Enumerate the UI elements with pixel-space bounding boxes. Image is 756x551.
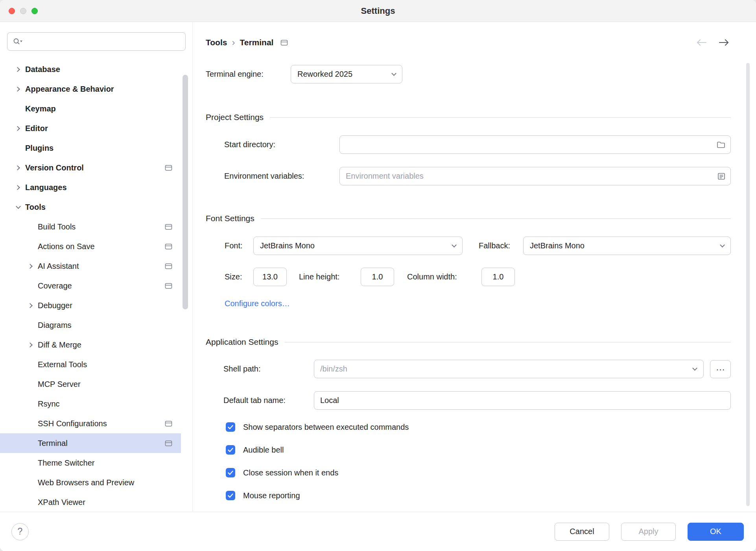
sidebar-item-label: Database — [25, 65, 60, 74]
start-directory-label: Start directory: — [224, 140, 339, 149]
chevron-down-icon — [720, 242, 725, 248]
environment-variables-icon[interactable] — [717, 173, 725, 180]
sidebar-item-version-control[interactable]: Version Control — [0, 158, 181, 178]
configure-colors-link[interactable]: Configure colors… — [225, 299, 290, 308]
forward-arrow-icon[interactable] — [717, 38, 731, 47]
sidebar-item-label: Web Browsers and Preview — [38, 478, 134, 487]
chevron-right-icon[interactable] — [15, 126, 20, 131]
settings-card-icon — [165, 263, 172, 270]
sidebar-item-database[interactable]: Database — [0, 59, 181, 79]
font-size-input[interactable] — [253, 268, 287, 286]
section-title: Application Settings — [206, 337, 278, 347]
sidebar-item-label: XPath Viewer — [38, 498, 85, 507]
chevron-right-icon[interactable] — [28, 264, 33, 269]
folder-icon[interactable] — [717, 141, 725, 148]
checkbox-close-session-when-it-ends[interactable] — [226, 468, 235, 477]
chevron-slot — [25, 261, 36, 272]
chevron-right-icon[interactable] — [28, 303, 33, 308]
sidebar-scrollbar[interactable] — [183, 75, 188, 309]
apply-button[interactable]: Apply — [621, 523, 676, 541]
help-button[interactable]: ? — [11, 523, 29, 540]
font-select[interactable]: JetBrains Mono — [253, 237, 463, 255]
check-icon — [227, 469, 234, 476]
checkbox-label: Show separators between executed command… — [243, 423, 409, 432]
chevron-right-icon[interactable] — [15, 67, 20, 72]
section-title: Project Settings — [206, 113, 264, 122]
environment-variables-row: Environment variables: — [224, 167, 731, 185]
chevron-slot — [25, 457, 36, 468]
chevron-slot — [25, 339, 36, 350]
sidebar-item-mcp-server[interactable]: MCP Server — [0, 374, 181, 394]
close-window-button[interactable] — [9, 8, 15, 14]
fallback-font-select[interactable]: JetBrains Mono — [523, 237, 731, 255]
sidebar-item-ai-assistant[interactable]: AI Assistant — [0, 256, 181, 276]
checkbox-mouse-reporting[interactable] — [226, 491, 235, 500]
sidebar-item-label: Tools — [25, 203, 46, 212]
content-header: Tools › Terminal — [206, 22, 731, 53]
chevron-down-icon[interactable] — [693, 368, 697, 370]
sidebar-item-ssh-configurations[interactable]: SSH Configurations — [0, 414, 181, 433]
chevron-right-icon[interactable] — [15, 185, 20, 190]
application-settings-header: Application Settings — [206, 337, 731, 348]
settings-search[interactable] — [7, 32, 186, 51]
traffic-lights — [9, 8, 38, 14]
sidebar-item-rsync[interactable]: Rsync — [0, 394, 181, 414]
minimize-window-button — [20, 8, 26, 14]
chevron-slot — [13, 123, 24, 134]
sidebar-item-coverage[interactable]: Coverage — [0, 276, 181, 296]
chevron-slot — [25, 320, 36, 331]
sidebar-item-appearance-behavior[interactable]: Appearance & Behavior — [0, 79, 181, 99]
sidebar-item-plugins[interactable]: Plugins — [0, 138, 181, 158]
back-arrow-icon[interactable] — [695, 38, 708, 47]
fullscreen-window-button[interactable] — [31, 8, 38, 14]
settings-card-icon — [165, 420, 172, 427]
settings-card-icon — [165, 243, 172, 250]
shell-path-browse-button[interactable]: … — [710, 360, 731, 378]
settings-tree: DatabaseAppearance & BehaviorKeymapEdito… — [0, 59, 181, 512]
breadcrumb-tools[interactable]: Tools — [206, 38, 227, 47]
start-directory-input[interactable] — [339, 135, 731, 154]
chevron-right-icon[interactable] — [15, 87, 20, 92]
chevron-slot — [13, 103, 24, 114]
sidebar-item-diagrams[interactable]: Diagrams — [0, 315, 181, 335]
chevron-slot — [25, 438, 36, 449]
sidebar-item-languages[interactable]: Languages — [0, 178, 181, 197]
sidebar-item-build-tools[interactable]: Build Tools — [0, 217, 181, 237]
sidebar-item-diff-merge[interactable]: Diff & Merge — [0, 335, 181, 355]
default-tab-name-input[interactable] — [314, 391, 731, 410]
sidebar-item-terminal[interactable]: Terminal — [0, 433, 181, 453]
checkbox-label: Mouse reporting — [243, 491, 300, 500]
chevron-down-icon[interactable] — [16, 204, 21, 209]
sidebar-item-label: Plugins — [25, 144, 53, 153]
chevron-right-icon[interactable] — [15, 165, 20, 170]
breadcrumb-terminal: Terminal — [240, 38, 273, 47]
ok-button[interactable]: OK — [688, 523, 744, 541]
checkbox-row: Show separators between executed command… — [226, 416, 731, 438]
line-height-input[interactable] — [361, 268, 394, 286]
history-navigation — [695, 38, 731, 47]
check-icon — [227, 446, 234, 453]
sidebar-item-xpath-viewer[interactable]: XPath Viewer — [0, 492, 181, 512]
column-width-input[interactable] — [481, 268, 515, 286]
cancel-button[interactable]: Cancel — [555, 523, 609, 541]
search-input[interactable] — [26, 37, 181, 46]
breadcrumb-separator: › — [232, 37, 235, 48]
checkbox-audible-bell[interactable] — [226, 445, 235, 455]
checkbox-show-separators-between-executed-commands[interactable] — [226, 422, 235, 432]
terminal-engine-select[interactable]: Reworked 2025 — [291, 65, 402, 83]
section-divider — [270, 117, 731, 118]
shell-path-input[interactable] — [314, 360, 704, 378]
sidebar-item-web-browsers-and-preview[interactable]: Web Browsers and Preview — [0, 473, 181, 492]
sidebar-item-keymap[interactable]: Keymap — [0, 99, 181, 118]
chevron-slot — [13, 142, 24, 153]
sidebar-item-tools[interactable]: Tools — [0, 197, 181, 217]
sidebar-item-theme-switcher[interactable]: Theme Switcher — [0, 453, 181, 473]
sidebar-item-editor[interactable]: Editor — [0, 118, 181, 138]
titlebar: Settings — [0, 0, 756, 22]
sidebar-item-actions-on-save[interactable]: Actions on Save — [0, 237, 181, 256]
chevron-right-icon[interactable] — [28, 342, 33, 348]
content-scrollbar[interactable] — [746, 63, 750, 506]
environment-variables-input[interactable] — [339, 167, 731, 185]
sidebar-item-external-tools[interactable]: External Tools — [0, 355, 181, 374]
sidebar-item-debugger[interactable]: Debugger — [0, 296, 181, 315]
